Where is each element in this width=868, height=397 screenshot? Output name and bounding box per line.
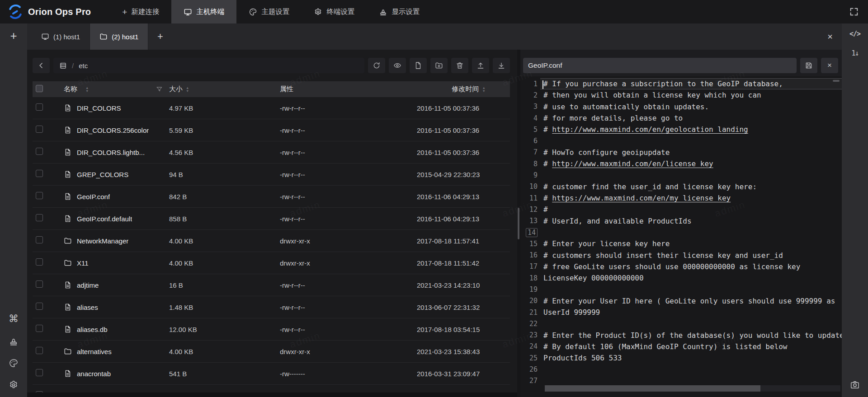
new-tab-button[interactable]: + xyxy=(148,23,172,50)
code-line[interactable]: 7# HowTo configure geoipupdate xyxy=(520,147,842,158)
row-checkbox[interactable] xyxy=(36,214,43,221)
top-nav: Orion Ops Pro +新建连接主机终端主题设置终端设置显示设置 xyxy=(0,0,868,23)
code-line[interactable]: 22 xyxy=(520,318,842,329)
row-checkbox[interactable] xyxy=(36,103,43,111)
code-line[interactable]: 13# UserId, and available ProductIds xyxy=(520,215,842,227)
editor-close-button[interactable]: × xyxy=(821,58,838,73)
table-row[interactable]: GeoIP.conf.default858 B-rw-r--r--2016-11… xyxy=(33,208,510,230)
code-line[interactable]: 5# http://www.maxmind.com/en/geolocation… xyxy=(520,124,842,135)
code-snippets-button[interactable]: </> xyxy=(849,30,860,38)
editor-vscrollbar[interactable] xyxy=(833,80,840,82)
code-line[interactable]: 10# customer find the user_id and licens… xyxy=(520,181,842,192)
code-line[interactable]: 19 xyxy=(520,284,842,295)
breadcrumb-path[interactable]: etc xyxy=(79,62,88,70)
row-checkbox[interactable] xyxy=(36,192,43,199)
theme-settings-button[interactable] xyxy=(9,358,19,368)
save-button[interactable] xyxy=(800,58,817,73)
folder-icon xyxy=(64,259,72,267)
code-line[interactable]: 2# then you will obtain a license key wh… xyxy=(520,89,842,101)
table-row[interactable] xyxy=(33,385,510,392)
url-link[interactable]: http://www.maxmind.com/en/license_key xyxy=(552,159,713,168)
refresh-button[interactable] xyxy=(368,58,385,73)
code-line[interactable]: 15# Enter your license key here xyxy=(520,238,842,249)
new-connection-button[interactable]: + xyxy=(10,30,17,42)
sort-carets-icon[interactable]: ▲▼ xyxy=(85,86,89,93)
display-settings-button[interactable] xyxy=(9,336,19,346)
row-checkbox[interactable] xyxy=(36,369,43,376)
filter-icon[interactable] xyxy=(156,86,163,93)
table-row[interactable]: aliases1.48 KB-rw-r--r--2013-06-07 22:31… xyxy=(33,296,510,318)
code-line[interactable]: 4# for more details, please go to xyxy=(520,112,842,124)
new-folder-button[interactable] xyxy=(430,58,448,73)
code-line[interactable]: 14 xyxy=(520,227,842,238)
code-line[interactable]: 20# Enter your User ID here ( GeoLite on… xyxy=(520,295,842,307)
table-row[interactable]: NetworkManager4.00 KBdrwxr-xr-x2017-08-1… xyxy=(33,230,510,252)
sort-carets-icon[interactable]: ▲▼ xyxy=(186,86,189,93)
nav-item-4[interactable]: 终端设置 xyxy=(302,0,367,23)
preview-button[interactable] xyxy=(389,58,406,73)
download-button[interactable] xyxy=(493,58,510,73)
code-line[interactable]: 8# http://www.maxmind.com/en/license_key xyxy=(520,158,842,169)
sort-lines-button[interactable]: 1↓ xyxy=(851,49,858,57)
table-row[interactable]: DIR_COLORS.lightb...4.56 KB-rw-r--r--201… xyxy=(33,141,510,163)
url-link[interactable]: https://www.maxmind.com/en/my_license_ke… xyxy=(552,194,731,202)
table-row[interactable]: aliases.db12.00 KB-rw-r--r--2017-08-18 0… xyxy=(33,318,510,341)
table-row[interactable]: X114.00 KBdrwxr-xr-x2017-08-18 11:51:42 xyxy=(33,252,510,274)
editor-hscrollbar-track[interactable] xyxy=(545,385,840,392)
shortcut-keys-button[interactable]: ⌘ xyxy=(9,313,19,325)
code-line[interactable]: 12# xyxy=(520,204,842,215)
tab-2[interactable]: (2) host1 xyxy=(90,23,148,50)
table-row[interactable]: adjtime16 B-rw-r--r--2021-03-23 14:23:10 xyxy=(33,274,510,296)
row-checkbox[interactable] xyxy=(36,126,43,133)
code-line[interactable]: 11# https://www.maxmind.com/en/my_licens… xyxy=(520,192,842,204)
url-link[interactable]: http://www.maxmind.com/en/geolocation_la… xyxy=(552,125,748,134)
file-table-hscroll-track[interactable] xyxy=(27,392,517,397)
back-button[interactable] xyxy=(33,58,50,73)
table-row[interactable]: DIR_COLORS4.97 KB-rw-r--r--2016-11-05 00… xyxy=(33,97,510,119)
file-table-scrollbar[interactable] xyxy=(518,208,519,239)
code-line[interactable]: 18LicenseKey 000000000000 xyxy=(520,272,842,284)
table-row[interactable]: anacrontab541 B-rw-------2016-03-31 23:0… xyxy=(33,363,510,385)
row-checkbox[interactable] xyxy=(36,280,43,288)
code-line[interactable]: 23# Enter the Product ID(s) of the datab… xyxy=(520,330,842,341)
nav-item-2[interactable]: 主机终端 xyxy=(171,0,236,23)
breadcrumb[interactable]: / etc xyxy=(53,58,364,73)
table-row[interactable]: GeoIP.conf842 B-rw-r--r--2016-11-06 04:2… xyxy=(33,186,510,208)
table-row[interactable]: DIR_COLORS.256color5.59 KB-rw-r--r--2016… xyxy=(33,119,510,141)
code-line[interactable]: 24# By default 106 (MaxMind GeoIP Countr… xyxy=(520,341,842,352)
code-line[interactable]: 3# use to automatically obtain updates. xyxy=(520,101,842,112)
table-row[interactable]: alternatives4.00 KBdrwxr-xr-x2021-03-23 … xyxy=(33,341,510,363)
code-line[interactable]: 1# If you purchase a subscription to the… xyxy=(520,78,842,89)
system-settings-button[interactable] xyxy=(9,380,19,390)
new-file-button[interactable] xyxy=(410,58,427,73)
code-line[interactable]: 6 xyxy=(520,135,842,146)
code-line[interactable]: 21UserId 999999 xyxy=(520,307,842,318)
delete-button[interactable] xyxy=(451,58,468,73)
row-checkbox[interactable] xyxy=(36,325,43,332)
code-line[interactable]: 26 xyxy=(520,364,842,375)
row-checkbox[interactable] xyxy=(36,236,43,243)
row-checkbox[interactable] xyxy=(36,303,43,310)
row-checkbox[interactable] xyxy=(36,347,43,354)
code-line[interactable]: 17# free GeoLite users should use 000000… xyxy=(520,261,842,272)
row-checkbox[interactable] xyxy=(36,170,43,177)
row-checkbox[interactable] xyxy=(36,148,43,155)
nav-item-5[interactable]: 显示设置 xyxy=(367,0,432,23)
tab-1[interactable]: (1) host1 xyxy=(32,23,90,50)
row-checkbox[interactable] xyxy=(36,258,43,266)
code-line[interactable]: 9 xyxy=(520,169,842,181)
code-line[interactable]: 25ProductIds 506 533 xyxy=(520,352,842,364)
select-all-checkbox[interactable] xyxy=(36,85,43,92)
code-line[interactable]: 16# customers should insert their licens… xyxy=(520,249,842,261)
table-row[interactable]: GREP_COLORS94 B-rw-r--r--2015-04-29 22:3… xyxy=(33,163,510,186)
code-editor[interactable]: 1# If you purchase a subscription to the… xyxy=(520,76,842,397)
nav-item-1[interactable]: +新建连接 xyxy=(110,0,171,23)
nav-item-3[interactable]: 主题设置 xyxy=(236,0,302,23)
close-tabs-button[interactable]: × xyxy=(827,32,833,42)
sort-carets-icon[interactable]: ▲▼ xyxy=(482,86,486,93)
editor-filename-field[interactable]: GeoIP.conf xyxy=(523,58,797,73)
fullscreen-button[interactable] xyxy=(847,5,861,19)
screenshot-button[interactable] xyxy=(850,380,860,390)
upload-button[interactable] xyxy=(472,58,489,73)
editor-hscrollbar-thumb[interactable] xyxy=(545,385,760,392)
